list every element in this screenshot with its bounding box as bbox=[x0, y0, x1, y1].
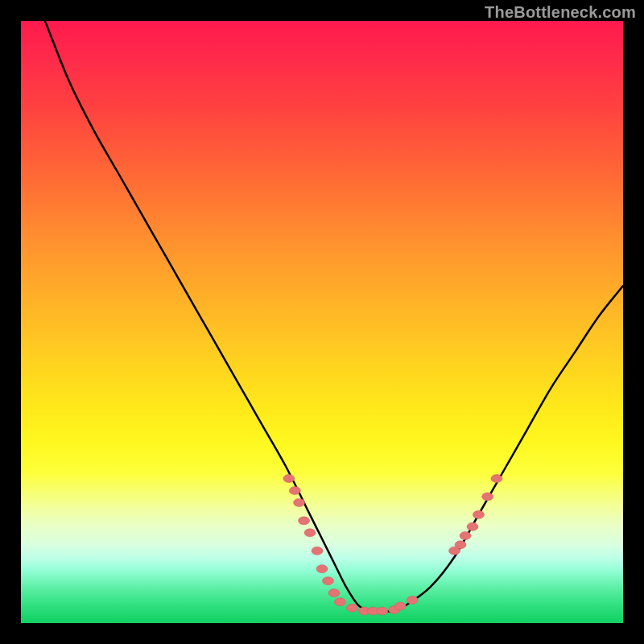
curve-marker bbox=[460, 532, 471, 540]
bottleneck-curve bbox=[21, 21, 623, 623]
curve-marker bbox=[473, 510, 484, 518]
curve-marker bbox=[294, 498, 305, 506]
chart-container: TheBottleneck.com bbox=[0, 0, 644, 644]
curve-marker bbox=[346, 604, 357, 612]
plot-area bbox=[21, 21, 623, 623]
curve-marker bbox=[377, 607, 388, 615]
curve-marker bbox=[304, 529, 316, 537]
curve-marker bbox=[482, 493, 493, 501]
curve-marker bbox=[455, 541, 466, 549]
curve-marker bbox=[467, 522, 478, 530]
curve-marker bbox=[299, 517, 310, 525]
watermark-text: TheBottleneck.com bbox=[485, 3, 636, 22]
curve-marker bbox=[312, 547, 323, 555]
curve-marker bbox=[407, 597, 418, 605]
curve-marker bbox=[394, 602, 406, 610]
curve-marker bbox=[322, 577, 333, 585]
curve-marker bbox=[283, 474, 295, 482]
curve-marker bbox=[328, 589, 340, 597]
curve-marker bbox=[334, 598, 345, 606]
curve-marker bbox=[289, 486, 300, 494]
curve-marker bbox=[491, 474, 502, 482]
curve-marker bbox=[316, 565, 328, 573]
